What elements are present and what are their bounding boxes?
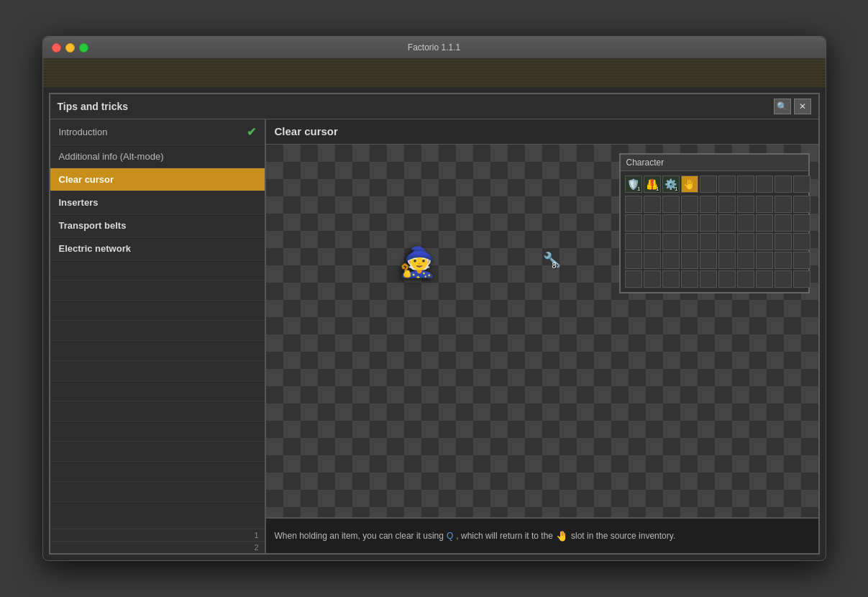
game-area: 🧙 🔧 8 Character 🛡️ [266, 145, 818, 517]
desc-text-1: When holding an item, you can clear it u… [275, 531, 444, 541]
dialog-title: Tips and tricks [58, 101, 129, 112]
checkerboard-background: 🧙 🔧 8 Character 🛡️ [266, 145, 818, 517]
inv-slot-17[interactable] [756, 214, 773, 232]
equipment-slot-2[interactable]: ⚙️ 1 [662, 176, 680, 193]
inv-slot-5[interactable] [718, 196, 736, 213]
inv-slot-44[interactable] [700, 270, 717, 288]
inv-slot-45[interactable] [718, 270, 736, 288]
close-button[interactable] [52, 43, 61, 53]
sidebar-number-2: 2 [50, 541, 265, 553]
inv-slot-10[interactable] [625, 214, 642, 232]
inv-slot-36[interactable] [737, 252, 754, 269]
inv-slot-7[interactable] [756, 196, 773, 213]
inv-slot-2[interactable] [662, 196, 680, 213]
inv-slot-42[interactable] [662, 270, 680, 288]
inv-slot-31[interactable] [644, 252, 661, 269]
inv-slot-0[interactable] [625, 196, 642, 213]
search-button[interactable]: 🔍 [774, 99, 791, 114]
inventory-grid [625, 196, 804, 288]
equipment-slot-9[interactable] [793, 176, 810, 193]
sidebar-number-1: 1 [50, 529, 265, 541]
inv-slot-34[interactable] [700, 252, 717, 269]
equipment-slot-5[interactable] [718, 176, 736, 193]
inv-slot-40[interactable] [625, 270, 642, 288]
inv-slot-41[interactable] [644, 270, 661, 288]
dialog-body: Introduction ✔ Additional info (Alt-mode… [50, 119, 818, 553]
dialog-controls: 🔍 ✕ [774, 99, 811, 114]
equipment-slot-3[interactable]: 🤚 [681, 176, 698, 193]
content-header: Clear cursor [266, 119, 818, 145]
hand-slot-icon: 🤚 [556, 530, 568, 542]
inv-slot-32[interactable] [662, 252, 680, 269]
minimize-button[interactable] [65, 43, 75, 53]
maximize-button[interactable] [79, 43, 88, 53]
inv-slot-19[interactable] [793, 214, 810, 232]
sidebar-item-clear-cursor[interactable]: Clear cursor [50, 168, 265, 191]
inv-slot-39[interactable] [793, 252, 810, 269]
inv-slot-23[interactable] [681, 233, 698, 250]
dialog-titlebar: Tips and tricks 🔍 ✕ [50, 94, 818, 119]
inv-slot-8[interactable] [775, 196, 792, 213]
inv-slot-1[interactable] [644, 196, 661, 213]
game-header [43, 58, 826, 87]
equipment-slot-0[interactable]: 🛡️ 1 [625, 176, 642, 193]
inv-slot-22[interactable] [662, 233, 680, 250]
sidebar-item-introduction[interactable]: Introduction ✔ [50, 119, 265, 145]
sidebar-item-additional-info[interactable]: Additional info (Alt-mode) [50, 145, 265, 168]
inv-slot-43[interactable] [681, 270, 698, 288]
inv-slot-28[interactable] [775, 233, 792, 250]
inv-slot-13[interactable] [681, 214, 698, 232]
inv-slot-29[interactable] [793, 233, 810, 250]
inv-slot-37[interactable] [756, 252, 773, 269]
inv-slot-21[interactable] [644, 233, 661, 250]
sidebar-item-inserters[interactable]: Inserters [50, 191, 265, 214]
window-controls [52, 43, 88, 53]
inv-slot-24[interactable] [700, 233, 717, 250]
inv-slot-15[interactable] [718, 214, 736, 232]
hand-icon: 🤚 [683, 178, 695, 190]
inv-slot-4[interactable] [700, 196, 717, 213]
inv-slot-6[interactable] [737, 196, 754, 213]
character-figure: 🧙 [399, 245, 435, 279]
desc-text-3: slot in the source inventory. [571, 531, 675, 541]
sidebar-bottom: 1 2 [50, 529, 265, 553]
inv-slot-30[interactable] [625, 252, 642, 269]
equipment-slot-6[interactable] [737, 176, 754, 193]
inv-slot-27[interactable] [756, 233, 773, 250]
inv-slot-11[interactable] [644, 214, 661, 232]
window-title: Factorio 1.1.1 [408, 42, 460, 53]
desc-text-2: , which will return it to the [456, 531, 553, 541]
cursor-count: 8 [552, 261, 557, 270]
inv-slot-9[interactable] [793, 196, 810, 213]
equipment-row: 🛡️ 1 🦺 1 ⚙️ 1 [625, 176, 804, 193]
dialog-close-button[interactable]: ✕ [794, 99, 811, 114]
inv-slot-25[interactable] [718, 233, 736, 250]
character-window-title: Character [621, 155, 808, 171]
inv-slot-38[interactable] [775, 252, 792, 269]
key-q: Q [447, 531, 453, 541]
inv-slot-46[interactable] [737, 270, 754, 288]
inv-slot-12[interactable] [662, 214, 680, 232]
inv-slot-3[interactable] [681, 196, 698, 213]
sidebar-item-electric-network[interactable]: Electric network [50, 237, 265, 260]
character-window-body: 🛡️ 1 🦺 1 ⚙️ 1 [621, 171, 808, 292]
inv-slot-16[interactable] [737, 214, 754, 232]
equipment-slot-4[interactable] [700, 176, 717, 193]
equipment-slot-7[interactable] [756, 176, 773, 193]
os-window: Factorio 1.1.1 Tips and tricks 🔍 ✕ Intro… [42, 36, 826, 561]
inv-slot-18[interactable] [775, 214, 792, 232]
sidebar-item-transport-belts[interactable]: Transport belts [50, 214, 265, 237]
content-title: Clear cursor [275, 125, 338, 137]
inv-slot-35[interactable] [718, 252, 736, 269]
checkmark-introduction: ✔ [247, 125, 256, 139]
equipment-slot-1[interactable]: 🦺 1 [644, 176, 661, 193]
inv-slot-26[interactable] [737, 233, 754, 250]
inv-slot-49[interactable] [793, 270, 810, 288]
inv-slot-33[interactable] [681, 252, 698, 269]
inv-slot-20[interactable] [625, 233, 642, 250]
sidebar-empty-area [50, 260, 265, 529]
inv-slot-14[interactable] [700, 214, 717, 232]
inv-slot-48[interactable] [775, 270, 792, 288]
inv-slot-47[interactable] [756, 270, 773, 288]
equipment-slot-8[interactable] [775, 176, 792, 193]
